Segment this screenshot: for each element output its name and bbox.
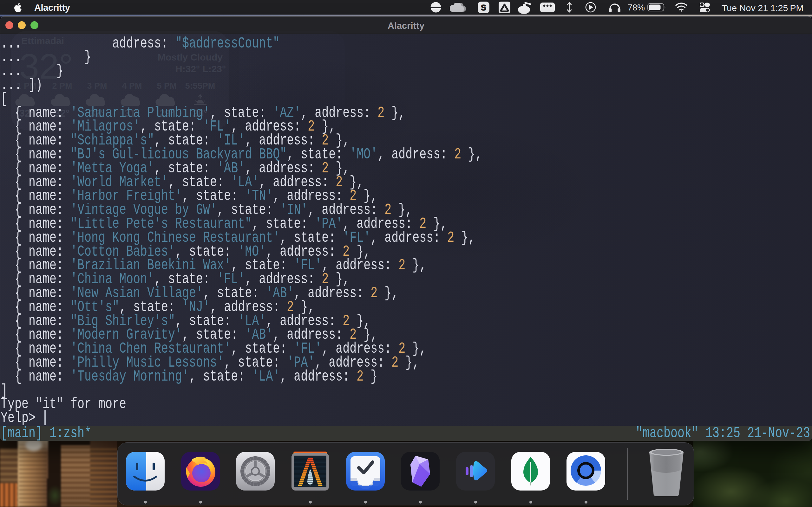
svg-text:S: S [481, 3, 486, 12]
